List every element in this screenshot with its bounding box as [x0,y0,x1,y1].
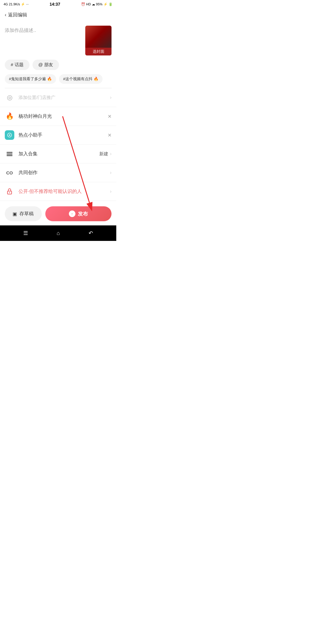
close-icon: ✕ [108,114,112,119]
co-create-text: 共同创作 [18,170,106,176]
hot-assistant-text: 热点小助手 [18,132,103,138]
mention-label: @ 朋友 [38,62,53,68]
tag-buttons-row: # 话题 @ 朋友 [0,60,116,74]
svg-rect-3 [7,152,13,153]
top-nav: ‹ 返回编辑 [0,8,116,21]
layers-icon [5,149,14,159]
publish-button[interactable]: ↑ 发布 [45,206,112,221]
hot-assistant-close[interactable]: ✕ [108,132,112,138]
trending-tags-row: #鬼知道我看了多少遍 🔥 #这个视频有点抖 🔥 [0,74,116,88]
draft-button[interactable]: ▣ 存草稿 [5,206,42,221]
join-collection-row[interactable]: 加入合集 新建 › [0,145,116,163]
privacy-row[interactable]: 公开·但不推荐给可能认识的人 › [0,182,116,201]
draft-label: 存草稿 [19,211,34,217]
location-row[interactable]: ◎ 添加位置/门店推广 › [0,88,116,107]
trending-tag-1[interactable]: #鬼知道我看了多少遍 🔥 [5,74,56,84]
collection-chevron-icon: › [110,151,112,157]
fire-icon: 🔥 [5,112,14,121]
publish-label: 发布 [78,210,88,217]
new-label: 新建 [99,151,108,157]
trending-tag-2[interactable]: #这个视频有点抖 🔥 [59,74,103,84]
signal-text: 4G 21.9K/s ⚡ ··· [4,2,29,6]
back-icon: ‹ [5,12,6,18]
location-text: 添加位置/门店推广 [18,95,106,100]
hashtag-label: # 话题 [11,62,24,68]
back-nav-icon[interactable]: ↶ [89,230,93,236]
status-time: 14:37 [49,2,60,7]
svg-rect-1 [7,155,13,156]
back-button[interactable]: ‹ 返回编辑 [5,12,27,18]
mention-button[interactable]: @ 朋友 [32,60,59,70]
menu-icon[interactable]: ☰ [23,230,28,236]
join-collection-text: 加入合集 [18,151,95,157]
layers-svg [6,150,13,158]
lock-svg [6,188,13,195]
trending-tag-1-label: #鬼知道我看了多少遍 🔥 [9,76,52,82]
cover-label: 选封面 [85,48,112,55]
hot-topic-text: 杨功封神白月光 [18,113,103,120]
bottom-bar: ▣ 存草稿 ↑ 发布 [0,202,116,225]
privacy-text: 公开·但不推荐给可能认识的人 [18,188,106,195]
description-area: 添加作品描述.. 选封面 [0,21,116,60]
assistant-svg [7,132,12,138]
privacy-chevron: › [110,189,112,194]
hashtag-button[interactable]: # 话题 [5,60,30,70]
description-input[interactable]: 添加作品描述.. [5,26,82,34]
hot-topic-row[interactable]: 🔥 杨功封神白月光 ✕ [0,107,116,126]
co-icon: CO [5,168,14,177]
back-label: 返回编辑 [8,12,27,18]
location-chevron: › [110,95,112,100]
location-icon: ◎ [5,93,14,102]
svg-point-5 [9,192,10,193]
co-create-row[interactable]: CO 共同创作 › [0,163,116,182]
status-left: 4G 21.9K/s ⚡ ··· [4,2,29,6]
hot-topic-close[interactable]: ✕ [108,114,112,119]
chevron-icon: › [110,95,112,100]
join-collection-right: 新建 › [99,151,112,157]
svg-rect-2 [7,154,13,154]
draft-icon: ▣ [13,211,17,217]
close-icon-2: ✕ [108,132,112,138]
home-icon[interactable]: ⌂ [57,230,60,236]
co-chevron-icon: › [110,170,112,175]
lock-icon [5,187,14,196]
home-bar: ☰ ⌂ ↶ [0,225,116,241]
trending-tag-2-label: #这个视频有点抖 🔥 [63,76,98,82]
status-bar: 4G 21.9K/s ⚡ ··· 14:37 ⏰ HD ☁ 95% ⚡ 🔋 [0,0,116,8]
publish-circle-icon: ↑ [69,210,75,217]
battery-text: ⏰ HD ☁ 95% ⚡ 🔋 [81,2,113,6]
privacy-chevron-icon: › [110,189,112,194]
co-create-chevron: › [110,170,112,175]
cover-thumbnail[interactable]: 选封面 [85,26,112,55]
hot-assistant-row[interactable]: 热点小助手 ✕ [0,126,116,145]
teal-icon [5,130,14,140]
status-right: ⏰ HD ☁ 95% ⚡ 🔋 [81,2,113,6]
